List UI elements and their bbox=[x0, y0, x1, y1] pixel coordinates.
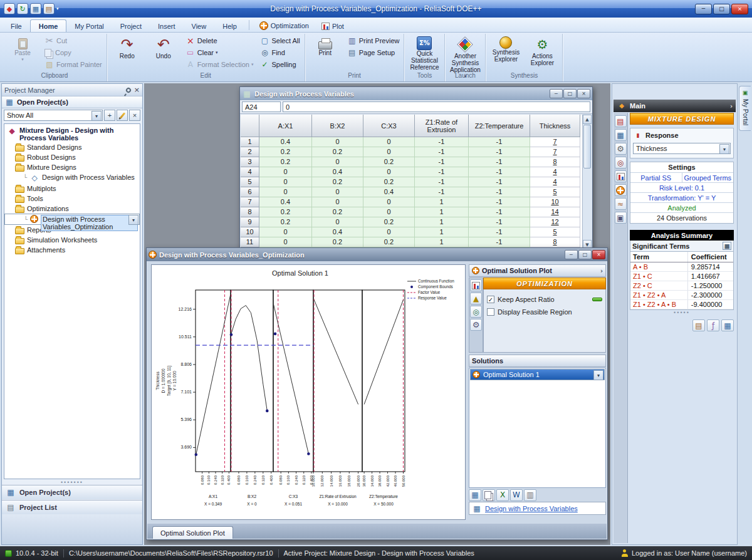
data-cell[interactable]: 0 bbox=[312, 197, 363, 207]
data-cell[interactable]: 0 bbox=[312, 157, 363, 167]
plots-button[interactable] bbox=[615, 170, 627, 182]
data-cell[interactable]: -1 bbox=[469, 227, 530, 237]
data-cell[interactable]: -1 bbox=[469, 147, 530, 157]
copy-button[interactable]: Copy bbox=[42, 47, 105, 58]
data-cell[interactable]: 0.2 bbox=[259, 207, 312, 217]
column-header-a-x1[interactable]: A:X1 bbox=[259, 115, 312, 137]
maximize-button[interactable]: □ bbox=[713, 4, 730, 14]
export-button[interactable]: ▥ bbox=[524, 489, 536, 501]
plot-settings-button[interactable]: ⚙ bbox=[470, 319, 482, 331]
data-cell[interactable]: 0 bbox=[259, 237, 312, 247]
data-cell[interactable]: 8 bbox=[530, 237, 580, 247]
tab-file[interactable]: File bbox=[3, 20, 30, 32]
risk-level-link[interactable]: Risk Level: 0.1 bbox=[630, 183, 733, 193]
response-select[interactable]: Thickness bbox=[633, 143, 731, 154]
cell-name-box[interactable]: A24 bbox=[242, 101, 281, 112]
sheet-window-titlebar[interactable]: ▦ Design with Process Variables ─ □ × bbox=[240, 87, 592, 100]
row-number-cell[interactable]: 6 bbox=[241, 187, 259, 197]
corner-header-cell[interactable] bbox=[241, 115, 259, 137]
tree-item-optimizations[interactable]: Optimizations bbox=[4, 204, 140, 214]
page-setup-button[interactable]: ▤Page Setup bbox=[345, 47, 402, 58]
optimization-window-titlebar[interactable]: Design with Process Variables_Optimizati… bbox=[147, 248, 607, 261]
tree-item-mixture-design-design-with-process-variables[interactable]: ◆Mixture Design - Design with Process Va… bbox=[4, 125, 140, 142]
data-cell[interactable]: -1 bbox=[469, 207, 530, 217]
solution-item[interactable]: Optimal Solution 1 bbox=[470, 369, 605, 380]
scroll-up-icon[interactable]: ▲ bbox=[583, 115, 592, 124]
print-button[interactable]: Print bbox=[307, 35, 343, 56]
function-button[interactable]: ƒ bbox=[707, 319, 719, 331]
maximize-button[interactable]: □ bbox=[563, 89, 577, 98]
column-header-thickness[interactable]: Thickness bbox=[530, 115, 580, 137]
data-cell[interactable]: 0.2 bbox=[363, 177, 415, 187]
spreadsheet-grid[interactable]: A:X1B:X2C:X3Z1:Rate of ExtrusionZ2:Tempe… bbox=[241, 115, 592, 249]
excel-button[interactable]: X bbox=[496, 489, 509, 501]
worksheet-button[interactable]: ▦ bbox=[469, 489, 481, 501]
data-cell[interactable]: 12 bbox=[530, 217, 580, 227]
tab-view[interactable]: View bbox=[184, 20, 215, 32]
data-cell[interactable]: 0 bbox=[259, 167, 312, 177]
data-cell[interactable]: 14 bbox=[530, 207, 580, 217]
data-cell[interactable]: -1 bbox=[415, 137, 469, 147]
tree-item-standard-designs[interactable]: Standard Designs bbox=[4, 142, 140, 152]
add-filter-button[interactable]: + bbox=[104, 110, 115, 121]
data-cell[interactable]: 10 bbox=[530, 197, 580, 207]
data-cell[interactable]: 7 bbox=[530, 137, 580, 147]
data-cell[interactable]: 7 bbox=[530, 147, 580, 157]
data-cell[interactable]: -1 bbox=[415, 157, 469, 167]
row-number-cell[interactable]: 5 bbox=[241, 177, 259, 187]
data-cell[interactable]: 1 bbox=[415, 237, 469, 247]
data-cell[interactable]: 5 bbox=[530, 227, 580, 237]
data-cell[interactable]: -1 bbox=[469, 197, 530, 207]
spelling-button[interactable]: ✓Spelling bbox=[257, 59, 302, 70]
surface-plot-button[interactable]: ▲ bbox=[470, 293, 482, 304]
data-cell[interactable]: -1 bbox=[415, 177, 469, 187]
redo-button[interactable]: ↷Redo bbox=[109, 35, 145, 60]
contour-plot-button[interactable]: ◎ bbox=[470, 306, 482, 318]
my-portal-tab[interactable]: ▣ My Portal bbox=[739, 86, 751, 131]
delete-button[interactable]: ×Delete bbox=[183, 35, 256, 46]
tree-item-design-with-process-variables-optimization[interactable]: └Design with Process Variables_Optimizat… bbox=[4, 214, 140, 225]
delete-filter-button[interactable]: × bbox=[129, 110, 140, 121]
cut-button[interactable]: ✂Cut bbox=[42, 35, 105, 46]
tree-item-tools[interactable]: Tools bbox=[4, 194, 140, 204]
clear-button[interactable]: ▭Clear▾ bbox=[183, 47, 256, 58]
data-cell[interactable]: 0.4 bbox=[259, 197, 312, 207]
row-number-cell[interactable]: 3 bbox=[241, 157, 259, 167]
tab-insert[interactable]: Insert bbox=[150, 20, 184, 32]
data-cell[interactable]: 4 bbox=[530, 177, 580, 187]
data-cell[interactable]: 1 bbox=[415, 217, 469, 227]
print-preview-button[interactable]: ▥Print Preview bbox=[345, 35, 402, 46]
main-panel-header[interactable]: ◆ Main › bbox=[614, 100, 736, 112]
project-filter-select[interactable]: Show All bbox=[4, 110, 103, 121]
grouped-terms-link[interactable]: Grouped Terms bbox=[682, 173, 734, 182]
synthesis-explorer-button[interactable]: Synthesis Explorer bbox=[488, 35, 524, 63]
panel-grip[interactable]: ••••• bbox=[630, 310, 734, 314]
data-cell[interactable]: 0.2 bbox=[312, 207, 363, 217]
data-cell[interactable]: 1 bbox=[415, 227, 469, 237]
find-button[interactable]: ◎Find bbox=[257, 47, 302, 58]
panel-grip[interactable]: ••••••• bbox=[2, 480, 142, 484]
minimize-button[interactable]: ─ bbox=[550, 89, 563, 98]
row-number-cell[interactable]: 2 bbox=[241, 147, 259, 157]
row-number-cell[interactable]: 10 bbox=[241, 227, 259, 237]
data-cell[interactable]: 0.2 bbox=[363, 217, 415, 227]
column-header-z1-rate-of-extrusion[interactable]: Z1:Rate of Extrusion bbox=[415, 115, 469, 137]
minimize-button[interactable]: ─ bbox=[565, 250, 578, 259]
data-cell[interactable]: 0.2 bbox=[363, 237, 415, 247]
minimize-button[interactable]: ─ bbox=[695, 4, 712, 14]
tree-item-robust-designs[interactable]: Robust Designs bbox=[4, 152, 140, 162]
data-cell[interactable]: 0.4 bbox=[312, 167, 363, 177]
data-cell[interactable]: 0 bbox=[312, 187, 363, 197]
quick-statistical-reference-button[interactable]: Σ%Quick Statistical Reference bbox=[406, 35, 442, 71]
data-cell[interactable]: -1 bbox=[469, 167, 530, 177]
maximize-button[interactable]: □ bbox=[578, 250, 592, 259]
close-button[interactable]: × bbox=[577, 89, 590, 98]
data-cell[interactable]: 0 bbox=[363, 197, 415, 207]
tree-item-multiplots[interactable]: Multiplots bbox=[4, 184, 140, 194]
row-number-cell[interactable]: 11 bbox=[241, 237, 259, 247]
qat-customize-icon[interactable]: ▾ bbox=[56, 6, 59, 11]
optimization-button[interactable] bbox=[615, 184, 627, 196]
data-cell[interactable]: 0 bbox=[259, 227, 312, 237]
tab-my-portal[interactable]: My Portal bbox=[66, 20, 112, 32]
data-cell[interactable]: 0 bbox=[363, 137, 415, 147]
